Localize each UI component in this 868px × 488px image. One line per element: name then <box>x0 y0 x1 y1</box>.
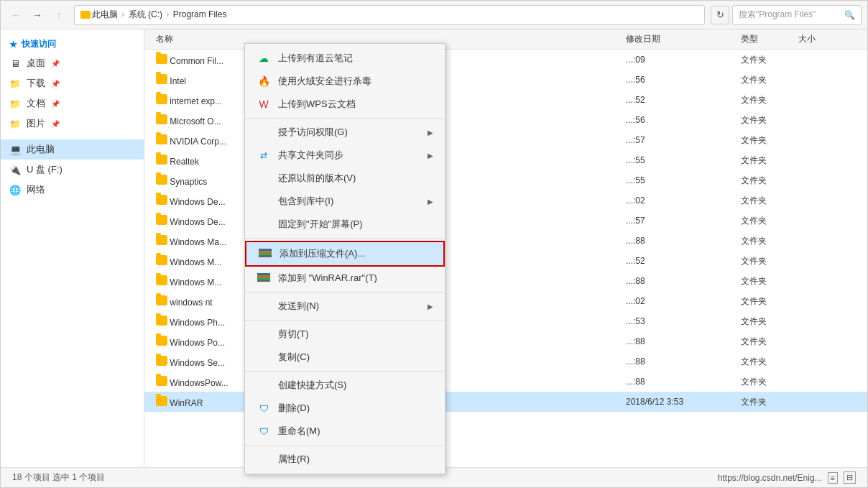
status-left: 18 个项目 选中 1 个项目 <box>12 471 105 484</box>
pictures-icon: 📁 <box>9 118 21 129</box>
status-url: https://blog.csdn.net/Enig... <box>718 473 822 483</box>
sidebar-item-usb[interactable]: 🔌 U 盘 (F:) <box>1 160 144 180</box>
blank-icon <box>257 378 271 392</box>
svg-rect-4 <box>257 273 270 275</box>
sidebar-item-label: 图片 <box>27 117 45 130</box>
view-list-icon[interactable]: ≡ <box>828 472 838 484</box>
sidebar-item-documents[interactable]: 📁 文档 📌 <box>1 93 144 114</box>
menu-item-sync-folder[interactable]: ⇄ 共享文件夹同步 ▶ <box>245 144 445 167</box>
menu-item-add-rar[interactable]: 添加到 "WinRAR.rar"(T) <box>245 267 445 290</box>
folder-icon <box>156 376 167 386</box>
folder-icon <box>156 54 167 64</box>
menu-item-label: 包含到库中(I) <box>278 195 333 208</box>
pin-icon: 📌 <box>51 80 60 88</box>
desktop-icon: 🖥 <box>9 57 21 69</box>
header-type[interactable]: 类型 <box>741 33 798 45</box>
submenu-arrow: ▶ <box>428 198 433 206</box>
submenu-arrow: ▶ <box>428 152 433 160</box>
menu-item-upload-wps[interactable]: W 上传到WPS云文档 <box>245 93 445 116</box>
search-placeholder-text: 搜索"Program Files" <box>739 9 816 21</box>
menu-item-send-to[interactable]: 发送到(N) ▶ <box>245 295 445 318</box>
sidebar: ★ 快速访问 🖥 桌面 📌 📁 下载 📌 📁 文档 📌 📁 图片 <box>1 29 144 467</box>
svg-rect-5 <box>257 275 270 277</box>
sidebar-item-desktop[interactable]: 🖥 桌面 📌 <box>1 53 144 73</box>
blank-icon <box>257 194 271 208</box>
breadcrumb-drive: 系统 (C:) <box>129 9 162 19</box>
menu-item-label: 添加到 "WinRAR.rar"(T) <box>278 272 377 285</box>
back-button[interactable]: ← <box>6 6 25 24</box>
sidebar-item-pictures[interactable]: 📁 图片 📌 <box>1 114 144 134</box>
navigation-bar: ← → ↑ 此电脑 › 系统 (C:) › Program Files ↻ 搜索… <box>1 1 867 29</box>
header-date[interactable]: 修改日期 <box>626 33 741 45</box>
blank-icon <box>257 171 271 185</box>
svg-rect-2 <box>259 253 272 255</box>
menu-item-label: 剪切(T) <box>278 328 309 341</box>
address-folder-icon <box>80 11 91 19</box>
sidebar-item-network[interactable]: 🌐 网络 <box>1 180 144 200</box>
menu-item-label: 授予访问权限(G) <box>278 126 348 139</box>
folder-icon <box>156 396 167 406</box>
folder-icon <box>156 316 167 326</box>
statusbar-right: https://blog.csdn.net/Enig... ≡ ⊟ <box>718 471 856 484</box>
sidebar-item-downloads[interactable]: 📁 下载 📌 <box>1 73 144 93</box>
address-bar[interactable]: 此电脑 › 系统 (C:) › Program Files <box>74 5 705 25</box>
separator-2 <box>245 238 445 239</box>
menu-item-upload-note[interactable]: ☁ 上传到有道云笔记 <box>245 47 445 70</box>
folder-icon <box>156 94 167 104</box>
menu-item-grant-access[interactable]: 授予访问权限(G) ▶ <box>245 121 445 144</box>
menu-item-label: 固定到"开始"屏幕(P) <box>278 218 363 231</box>
up-button[interactable]: ↑ <box>50 6 68 24</box>
separator-4 <box>245 320 445 321</box>
folder-icon <box>156 134 167 144</box>
menu-item-include-library[interactable]: 包含到库中(I) ▶ <box>245 190 445 213</box>
blank-icon <box>257 299 271 313</box>
menu-item-restore-version[interactable]: 还原以前的版本(V) <box>245 167 445 190</box>
menu-item-label: 创建快捷方式(S) <box>278 379 346 392</box>
this-pc-label: 此电脑 <box>27 143 55 156</box>
cloud-note-icon: ☁ <box>257 51 271 65</box>
refresh-button[interactable]: ↻ <box>711 6 729 24</box>
view-detail-icon[interactable]: ⊟ <box>844 471 856 484</box>
menu-item-delete[interactable]: 🛡 删除(D) <box>245 397 445 420</box>
menu-item-label: 使用火绒安全进行杀毒 <box>278 75 371 88</box>
folder-icon <box>156 295 167 305</box>
winrar-add-icon <box>258 247 272 261</box>
folder-icon <box>156 114 167 124</box>
menu-item-cut[interactable]: 剪切(T) <box>245 323 445 346</box>
blank-icon <box>257 350 271 364</box>
menu-item-label: 复制(C) <box>278 351 310 364</box>
context-menu: ☁ 上传到有道云笔记 🔥 使用火绒安全进行杀毒 W 上传到WPS云文档 授予访问… <box>244 43 445 474</box>
menu-item-label: 删除(D) <box>278 402 310 415</box>
menu-item-add-archive[interactable]: 添加到压缩文件(A)... <box>245 241 445 267</box>
header-size[interactable]: 大小 <box>798 33 856 45</box>
folder-icon <box>156 356 167 366</box>
menu-item-pin-start[interactable]: 固定到"开始"屏幕(P) <box>245 213 445 236</box>
menu-item-copy[interactable]: 复制(C) <box>245 346 445 369</box>
menu-item-label: 还原以前的版本(V) <box>278 172 356 185</box>
menu-item-properties[interactable]: 属性(R) <box>245 448 445 471</box>
menu-item-label: 属性(R) <box>278 453 310 466</box>
search-bar[interactable]: 搜索"Program Files" 🔍 <box>732 5 862 25</box>
quick-access-header: ★ 快速访问 <box>1 35 144 53</box>
menu-item-create-shortcut[interactable]: 创建快捷方式(S) <box>245 374 445 397</box>
blank-icon <box>257 327 271 341</box>
folder-icon <box>156 275 167 285</box>
network-label: 网络 <box>27 183 45 196</box>
forward-button[interactable]: → <box>28 6 47 24</box>
menu-item-label: 添加到压缩文件(A)... <box>280 247 365 260</box>
folder-icon <box>156 74 167 84</box>
fire-icon: 🔥 <box>257 74 271 88</box>
sidebar-item-this-pc[interactable]: 💻 此电脑 <box>1 139 144 160</box>
menu-item-rename[interactable]: 🛡 重命名(M) <box>245 420 445 443</box>
blank-icon <box>257 217 271 231</box>
svg-rect-7 <box>257 280 270 282</box>
menu-item-scan-fire[interactable]: 🔥 使用火绒安全进行杀毒 <box>245 70 445 93</box>
pin-icon: 📌 <box>51 60 60 68</box>
pin-icon: 📌 <box>51 100 60 108</box>
folder-icon <box>156 175 167 185</box>
folder-icon <box>156 215 167 225</box>
usb-label: U 盘 (F:) <box>27 163 63 176</box>
svg-rect-6 <box>257 277 270 280</box>
separator-6 <box>245 445 445 446</box>
separator-3 <box>245 292 445 293</box>
